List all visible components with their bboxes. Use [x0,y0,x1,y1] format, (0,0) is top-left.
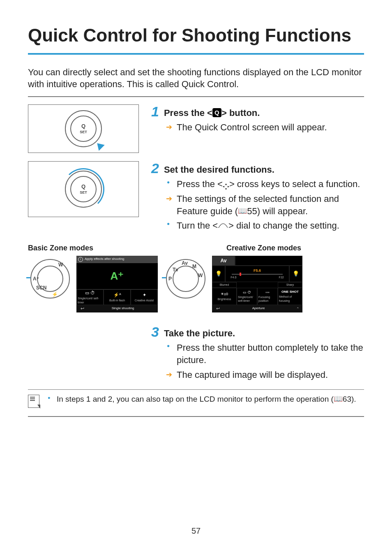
basic-mode-dial: A⁺ SCN W ⚡ [28,256,71,312]
note-icon [28,395,39,408]
step-2-b2-pre: Turn the < [177,220,218,231]
info-icon: i [78,257,83,262]
basic-zone-title: Basic Zone modes [28,243,166,253]
step-2-number: 2 [151,161,159,175]
cell-d-label: Method of focusing [279,295,301,303]
basic-lcd: iApply effects after shooting A⁺ ▭ ⏱Sing… [76,256,158,312]
creative-cell-d: ONE SHOTMethod of focusing [278,288,302,305]
note-ref: 63 [343,395,351,403]
basic-cell0-label: Single/cont/ self-timer [78,296,102,304]
basic-lcd-mode: A⁺ [76,263,158,289]
step-1-title-post: > button. [221,108,260,118]
basic-dial-label-0: A⁺ [33,275,39,282]
basic-dial-label-1: SCN [36,285,46,291]
note-rule-bottom [28,416,364,417]
creative-cell-a: ☀±0Brightness [212,288,237,305]
step-1: Q SET 1 Press the <Q> button. The Quick … [28,104,364,153]
basic-lcd-topbar: Apply effects after shooting [85,257,124,261]
step-2-bullet-1: Press the < > cross keys to select a fun… [166,178,364,190]
basic-cell2-icon: ✦ [143,292,146,298]
step-2-thumb: Q SET [28,161,139,235]
basic-lcd-cell-2: ✦Creative Assist [131,289,158,305]
rotate-arrow-icon [62,168,104,210]
zone-titles: Basic Zone modes Creative Zone modes [28,243,364,253]
rear-dial-graphic-2: Q SET [65,171,102,208]
manual-ref-icon-2: 📖 [334,394,343,404]
note-text-post: ). [351,395,356,403]
step-2-r1-post: ) will appear. [257,206,308,216]
blurred-icon: 💡 [212,266,225,282]
step-2-result-1: The settings of the selected function an… [166,193,364,217]
creative-lcd-mode: Av [212,256,235,266]
creative-dial-label-4: W [198,272,203,279]
basic-dial-label-3: ⚡ [52,291,58,298]
creative-mode-dial: P Tv Av M W [164,256,206,312]
page-title: Quick Control for Shooting Functions [28,25,364,46]
title-rule [28,53,364,55]
aperture-min: F4.0 [231,275,236,279]
note-text-pre: In steps 1 and 2, you can also tap on th… [57,395,334,403]
blurred-label: Blurred [212,282,237,288]
cell-c-icon: ▫▫▫ [265,290,270,295]
aperture-slider: F5.6 F4.0F22 [225,266,289,282]
dial-set-label: SET [80,130,87,134]
step-1-result: The Quick Control screen will appear. [166,121,364,134]
creative-lcd-back-icon: ↩ [212,305,224,312]
creative-cell-c: ▫▫▫Focusing position [257,288,278,305]
creative-lcd-foot-label: Aperture [224,305,293,312]
step-2-r1-ref: 55 [247,206,257,216]
note-rule-top [28,389,364,390]
aperture-max: F22 [279,275,284,279]
creative-dial-label-1: Tv [173,266,178,273]
step-2-b1-post: > cross keys to select a function. [229,179,360,189]
creative-lcd: Av 💡 F5.6 F4.0F22 💡 Blurred Sharp ☀±0Bri… [212,256,302,312]
step-2: Q SET 2 Set the desired functions. Press… [28,161,364,235]
aperture-value: F5.6 [254,268,261,273]
step-1-title-pre: Press the < [164,108,212,118]
basic-lcd-cell-0: ▭ ⏱Single/cont/ self-timer [76,289,104,305]
cell-c-label: Focusing position [258,295,277,303]
cell-b-icon: ▭ ⏱ [243,290,251,295]
step-3: 3 Take the picture. Press the shutter bu… [151,325,364,381]
basic-cell1-label: Built-in flash [109,298,125,302]
step-3-number: 3 [151,325,159,339]
step-2-b2-post: > dial to change the setting. [228,220,339,231]
creative-dial-label-2: Av [182,260,188,266]
step-1-thumb: Q SET [28,104,139,153]
step-3-bullet-1: Press the shutter button completely to t… [166,342,364,366]
step-1-number: 1 [151,104,159,118]
cell-b-label: Single/cont/ self-timer [238,295,256,303]
dial-q-label: Q [81,123,85,130]
rear-dial-graphic: Q SET [65,110,102,147]
step-2-b1-pre: Press the < [177,179,223,189]
sharp-icon: 💡 [289,266,302,282]
note-text: In steps 1 and 2, you can also tap on th… [48,394,356,405]
press-arrow-icon [94,140,104,150]
zone-examples: A⁺ SCN W ⚡ iApply effects after shooting… [28,256,364,312]
section-rule [28,96,364,97]
creative-lcd-foot-arrow-icon: ⌃ [293,305,302,312]
creative-cell-b: ▭ ⏱Single/cont/ self-timer [237,288,257,305]
step-3-result-1: The captured image will be displayed. [166,369,364,381]
basic-lcd-back-icon: ↩ [76,305,88,312]
basic-lcd-foot-label: Single shooting [88,305,158,312]
basic-dial-label-2: W [58,261,63,268]
creative-zone-title: Creative Zone modes [226,243,364,253]
intro-text: You can directly select and set the shoo… [28,66,364,90]
step-2-title: Set the desired functions. [164,161,274,176]
note: In steps 1 and 2, you can also tap on th… [28,394,364,408]
manual-ref-icon: 📖 [238,206,247,216]
basic-cell1-icon: ⚡ᴬ [113,292,121,298]
cell-a-label: Brightness [217,297,231,301]
step-1-title: Press the <Q> button. [164,104,260,119]
basic-cell2-label: Creative Assist [135,298,154,302]
main-dial-icon [218,220,228,232]
dial-indicator-icon [26,277,30,278]
dial-indicator-icon-2 [162,277,166,278]
sharp-label: Sharp [278,282,302,288]
cell-d-icon: ONE SHOT [281,290,299,294]
step-3-title: Take the picture. [164,325,235,340]
creative-dial-label-0: P [168,275,172,282]
page-number: 57 [0,525,392,537]
step-2-bullet-2: Turn the < > dial to change the setting. [166,220,364,232]
